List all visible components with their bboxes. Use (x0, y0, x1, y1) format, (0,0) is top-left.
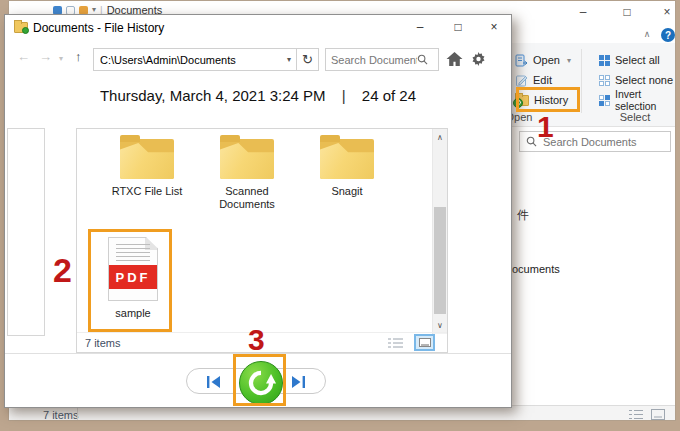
ribbon-group-separator (581, 49, 582, 113)
snapshot-header: Thursday, March 4, 2021 3:24 PM | 24 of … (5, 87, 511, 104)
forward-icon[interactable]: → (39, 49, 52, 64)
search-icon (417, 54, 428, 65)
highlight-box-pdf (88, 229, 172, 332)
details-view-button[interactable] (388, 337, 403, 349)
address-bar[interactable]: ▾ (93, 48, 297, 71)
large-icons-view-icon[interactable] (651, 409, 665, 420)
file-list-scrollbar[interactable]: ∧ ∨ (432, 129, 447, 334)
dialog-title: Documents - File History (33, 21, 164, 35)
status-separator (77, 408, 78, 420)
dialog-minimize-button[interactable]: – (403, 15, 437, 39)
folder-icon (120, 135, 174, 179)
select-group-label: Select (597, 111, 673, 123)
item-label: Scanned Documents (202, 185, 292, 211)
previous-version-button[interactable] (207, 376, 222, 388)
qat-dropdown-icon[interactable]: ▾ (92, 6, 96, 14)
folder-item-snagit[interactable]: Snagit (302, 135, 392, 198)
ribbon-invert-selection-button[interactable]: Invert selection (599, 91, 676, 109)
folder-icon (220, 135, 274, 179)
dialog-search-box[interactable] (325, 48, 439, 71)
scroll-up-icon[interactable]: ∧ (433, 133, 447, 142)
dialog-search-input[interactable] (331, 54, 417, 66)
select-all-label: Select all (615, 54, 660, 66)
scrollbar-thumb[interactable] (434, 207, 446, 314)
open-dropdown-icon: ▾ (567, 56, 571, 65)
invert-selection-label: Invert selection (615, 88, 676, 112)
step-number-3: 3 (248, 325, 265, 355)
ribbon-open-button[interactable]: Open ▾ (515, 51, 571, 69)
recent-locations-icon[interactable]: ▾ (59, 54, 63, 63)
select-none-label: Select none (615, 74, 673, 86)
panel-items-count: 7 items (85, 337, 120, 349)
explorer-minimize-button[interactable]: – (565, 3, 601, 21)
address-input[interactable] (94, 54, 282, 66)
ribbon-select-all-button[interactable]: Select all (599, 51, 660, 69)
ribbon-open-label: Open (533, 54, 560, 66)
dialog-close-button[interactable]: × (477, 15, 511, 39)
home-icon[interactable] (446, 51, 463, 67)
scroll-down-icon[interactable]: ∨ (433, 321, 447, 330)
select-all-icon (599, 55, 610, 66)
explorer-items-count: 7 items (43, 409, 78, 421)
explorer-close-button[interactable]: × (649, 3, 676, 21)
ribbon-edit-label: Edit (533, 74, 552, 86)
item-label: RTXC File List (102, 185, 192, 198)
large-icons-view-button[interactable] (414, 334, 435, 351)
select-none-icon (599, 75, 610, 86)
file-history-app-icon (14, 22, 28, 33)
highlight-box-restore (233, 354, 286, 406)
gear-icon[interactable] (470, 51, 487, 67)
refresh-button[interactable]: ↻ (296, 48, 319, 71)
folder-item-scanned-documents[interactable]: Scanned Documents (202, 135, 292, 211)
step-number-2: 2 (53, 253, 72, 287)
folder-item-rtxc[interactable]: RTXC File List (102, 135, 192, 198)
address-dropdown-icon[interactable]: ▾ (282, 55, 296, 64)
ribbon-select-none-button[interactable]: Select none (599, 71, 673, 89)
item-label: Snagit (302, 185, 392, 198)
previous-snapshot-panel (7, 128, 45, 336)
back-icon[interactable]: ← (17, 49, 30, 64)
search-icon (526, 136, 537, 147)
open-icon (515, 54, 528, 67)
snapshot-date: Thursday, March 4, 2021 3:24 PM (100, 87, 326, 104)
help-icon[interactable]: ? (661, 28, 675, 42)
next-version-button[interactable] (290, 376, 305, 388)
ribbon-collapse-icon[interactable]: ∧ (639, 29, 655, 39)
highlight-box-history (516, 87, 580, 112)
snapshot-position: 24 of 24 (362, 87, 416, 104)
dialog-maximize-button[interactable]: □ (441, 15, 475, 39)
folder-icon (320, 135, 374, 179)
invert-selection-icon (599, 95, 610, 106)
partial-filename-text: 件 (517, 207, 529, 224)
explorer-search-input[interactable] (543, 136, 653, 148)
details-view-icon[interactable] (629, 409, 643, 420)
partial-documents-text: ocuments (512, 263, 560, 275)
explorer-maximize-button[interactable]: □ (609, 3, 645, 21)
edit-icon (515, 74, 528, 87)
up-icon[interactable]: ↑ (75, 49, 82, 64)
step-number-1: 1 (537, 112, 554, 142)
header-separator: | (342, 87, 346, 104)
thumbnail-view-icon (419, 338, 431, 347)
